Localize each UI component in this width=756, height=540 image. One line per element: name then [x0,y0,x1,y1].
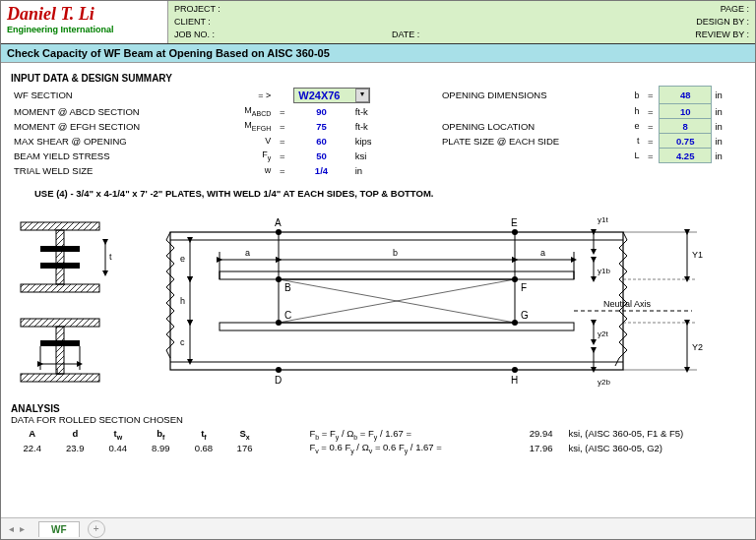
rrow-eq: = [642,87,659,104]
svg-text:C: C [284,310,291,321]
hdr-client: CLIENT : [174,16,458,29]
wf-select[interactable]: W24X76 ▾ [293,88,370,103]
svg-rect-4 [40,263,80,269]
rrow-unit: in [712,87,745,104]
logo: Daniel T. Li Engineering International [1,1,168,43]
rrow-sym: b [618,87,642,104]
svg-text:y1b: y1b [598,267,610,275]
analysis-head: ANALYSIS [11,403,745,414]
svg-text:e: e [180,254,185,264]
svg-text:y1t: y1t [598,215,608,224]
nav-prev-icon[interactable]: ◂ [9,523,14,534]
logo-sub: Engineering International [7,25,161,34]
rrow-label: OPENING DIMENSIONS [439,87,618,104]
section-diagram: t L [11,203,129,399]
row-val[interactable]: 90 [290,104,351,119]
header-right-block: PAGE : DESIGN BY : REVIEW BY : [464,1,755,43]
section-input-head: INPUT DATA & DESIGN SUMMARY [11,73,745,84]
analysis-sub: DATA FOR ROLLED SECTION CHOSEN [11,414,745,425]
hdr-date: DATE : [392,29,419,41]
hdr-review: REVIEW BY : [695,29,749,41]
tab-nav[interactable]: ◂ ▸ [1,523,32,534]
svg-text:A: A [275,217,282,228]
svg-text:b: b [393,248,398,258]
svg-text:h: h [180,296,185,306]
svg-rect-10 [40,340,80,346]
wf-select-value: W24X76 [294,90,355,101]
svg-text:y2b: y2b [598,378,610,387]
svg-rect-1 [56,230,64,284]
svg-text:y2t: y2t [598,330,608,338]
logo-name: Daniel T. Li [7,4,161,25]
hdr-project: PROJECT : [174,3,458,16]
tab-add-icon[interactable]: + [88,520,105,538]
svg-text:E: E [511,217,518,228]
row-label: WF SECTION [11,87,215,104]
dropdown-icon[interactable]: ▾ [355,89,369,102]
svg-text:a: a [540,248,545,258]
hdr-jobno: JOB NO. : [174,29,215,41]
svg-rect-2 [21,284,99,292]
svg-text:Neutral  Axis: Neutral Axis [603,299,652,309]
svg-text:L: L [56,367,61,377]
row-sym: = > [215,87,275,104]
svg-text:a: a [245,248,250,258]
svg-text:Y1: Y1 [692,250,703,260]
svg-text:F: F [521,282,527,293]
plate-note: USE (4) - 3/4" x 4-1/4" x 7' -2" PLATES,… [34,188,745,199]
svg-point-31 [276,320,282,326]
svg-rect-3 [40,246,80,252]
svg-text:G: G [521,310,529,321]
hdr-page: PAGE : [721,3,749,16]
svg-text:H: H [511,375,518,386]
svg-text:c: c [180,337,185,347]
nav-next-icon[interactable]: ▸ [20,523,25,534]
svg-rect-19 [220,323,574,330]
svg-point-35 [276,367,282,373]
analysis-table: A d tw bf tf Sx Fb = Fy / Ωb = Fy / 1.67… [11,427,745,456]
svg-rect-0 [21,222,99,230]
elevation-diagram: A E B F C G D H a b a e [141,203,745,399]
svg-text:Y2: Y2 [692,342,703,352]
sheet-tabs: ◂ ▸ WF + [1,517,755,539]
svg-rect-7 [21,319,99,327]
svg-text:t: t [109,252,112,262]
header: Daniel T. Li Engineering International P… [1,1,755,44]
svg-point-37 [512,367,518,373]
header-left-block: PROJECT : CLIENT : JOB NO. : DATE : [168,1,464,43]
tab-wf[interactable]: WF [38,521,80,537]
input-table: WF SECTION = > W24X76 ▾ OPENING DIMENSIO… [11,86,745,178]
svg-text:D: D [275,375,282,386]
svg-rect-18 [220,271,574,279]
hdr-design: DESIGN BY : [696,16,749,29]
diagram-row: t L [11,203,745,399]
rrow-val[interactable]: 48 [659,87,711,104]
svg-point-33 [512,320,518,326]
row-label: MOMENT @ ABCD SECTION [11,104,215,119]
title-bar: Check Capacity of WF Beam at Opening Bas… [1,44,755,63]
svg-text:B: B [284,282,291,293]
